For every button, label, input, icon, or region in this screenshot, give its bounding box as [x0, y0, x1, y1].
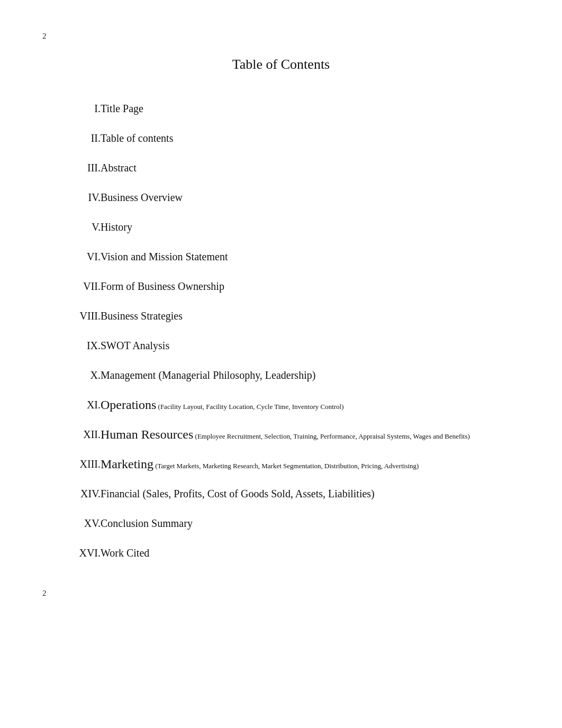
toc-numeral: XI.: [53, 390, 101, 420]
toc-numeral: XIV.: [53, 479, 101, 508]
toc-row: III.Abstract: [53, 153, 530, 183]
toc-row: I.Title Page: [53, 94, 530, 123]
toc-label-sub: (Target Markets, Marketing Research, Mar…: [153, 462, 419, 470]
toc-table: I.Title PageII.Table of contentsIII.Abst…: [53, 94, 530, 568]
toc-row: XVI.Work Cited: [53, 538, 530, 568]
toc-row: II.Table of contents: [53, 123, 530, 153]
toc-row: XII.Human Resources (Employee Recruitmen…: [53, 420, 530, 449]
toc-label: Title Page: [101, 94, 530, 123]
toc-row: XV.Conclusion Summary: [53, 508, 530, 538]
toc-numeral: II.: [53, 123, 101, 153]
toc-row: IV.Business Overview: [53, 183, 530, 212]
page-number-bottom: 2: [42, 589, 520, 598]
toc-label-sub: (Employee Recruitment, Selection, Traini…: [193, 432, 470, 440]
toc-label-main: Operations: [101, 398, 156, 412]
toc-row: XI.Operations (Facility Layout, Facility…: [53, 390, 530, 420]
toc-label: Financial (Sales, Profits, Cost of Goods…: [101, 479, 530, 508]
toc-label-main: Human Resources: [101, 427, 193, 441]
toc-label: Abstract: [101, 153, 530, 183]
toc-label: Conclusion Summary: [101, 508, 530, 538]
toc-label: Management (Managerial Philosophy, Leade…: [101, 360, 530, 390]
page-title: Table of Contents: [42, 57, 520, 72]
toc-numeral: V.: [53, 212, 101, 242]
toc-numeral: XII.: [53, 420, 101, 449]
toc-row: X.Management (Managerial Philosophy, Lea…: [53, 360, 530, 390]
toc-row: VIII.Business Strategies: [53, 301, 530, 331]
toc-row: VI.Vision and Mission Statement: [53, 242, 530, 271]
toc-label: Human Resources (Employee Recruitment, S…: [101, 420, 530, 449]
toc-numeral: XVI.: [53, 538, 101, 568]
toc-numeral: X.: [53, 360, 101, 390]
toc-numeral: VII.: [53, 271, 101, 301]
toc-label: Business Overview: [101, 183, 530, 212]
toc-label-sub: (Facility Layout, Facility Location, Cyc…: [156, 403, 343, 411]
toc-numeral: III.: [53, 153, 101, 183]
toc-row: XIV.Financial (Sales, Profits, Cost of G…: [53, 479, 530, 508]
toc-row: VII.Form of Business Ownership: [53, 271, 530, 301]
toc-label: Form of Business Ownership: [101, 271, 530, 301]
toc-numeral: XV.: [53, 508, 101, 538]
toc-numeral: VI.: [53, 242, 101, 271]
toc-label: SWOT Analysis: [101, 331, 530, 360]
toc-label: Business Strategies: [101, 301, 530, 331]
toc-row: XIII.Marketing (Target Markets, Marketin…: [53, 449, 530, 479]
toc-row: V.History: [53, 212, 530, 242]
toc-numeral: XIII.: [53, 449, 101, 479]
toc-label: Work Cited: [101, 538, 530, 568]
toc-label: History: [101, 212, 530, 242]
toc-numeral: VIII.: [53, 301, 101, 331]
toc-label-main: Marketing: [101, 457, 153, 471]
page-number-top: 2: [42, 32, 520, 41]
page: 2 Table of Contents I.Title PageII.Table…: [0, 0, 562, 728]
toc-row: IX.SWOT Analysis: [53, 331, 530, 360]
toc-numeral: IX.: [53, 331, 101, 360]
toc-label: Table of contents: [101, 123, 530, 153]
toc-label: Operations (Facility Layout, Facility Lo…: [101, 390, 530, 420]
toc-label: Marketing (Target Markets, Marketing Res…: [101, 449, 530, 479]
toc-numeral: I.: [53, 94, 101, 123]
toc-label: Vision and Mission Statement: [101, 242, 530, 271]
toc-numeral: IV.: [53, 183, 101, 212]
